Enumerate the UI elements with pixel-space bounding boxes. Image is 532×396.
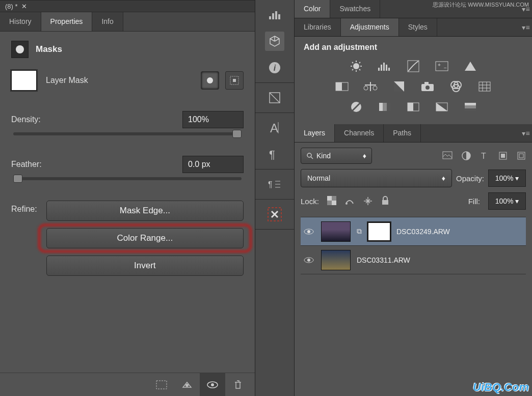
layer-row[interactable]: DSC03311.ARW [301,246,526,274]
vibrance-icon[interactable] [462,59,479,73]
mask-edge-button[interactable]: Mask Edge... [46,201,244,221]
opacity-value[interactable]: 100% ▾ [488,169,526,187]
panel-footer [0,373,255,396]
photo-filter-icon[interactable] [419,79,436,94]
panel-tabs: History Properties Info [0,12,255,32]
svg-point-81 [345,203,348,205]
svg-rect-8 [275,11,277,19]
svg-rect-53 [479,82,490,91]
panel-menu-icon[interactable]: ▾≡ [520,124,532,142]
black-white-icon[interactable] [390,79,408,94]
tab-layers[interactable]: Layers [295,124,335,142]
svg-line-70 [311,157,313,159]
panel-menu-icon[interactable]: ▾≡ [520,18,532,36]
svg-rect-9 [278,14,280,19]
tab-paths[interactable]: Paths [384,124,421,142]
feather-slider[interactable] [13,177,242,180]
lock-transparency-icon[interactable] [327,196,336,206]
layer-name[interactable]: DSC03249.ARW [396,228,450,236]
brightness-contrast-icon[interactable] [348,59,365,73]
svg-rect-35 [388,68,390,71]
svg-text:i: i [274,64,276,72]
filter-adjustment-icon[interactable] [462,151,471,160]
histogram-icon[interactable] [265,5,284,24]
tab-channels[interactable]: Channels [335,124,384,142]
close-dock-icon[interactable] [265,205,284,224]
fill-value[interactable]: 100% ▾ [488,192,526,210]
delete-mask-icon[interactable] [225,373,251,397]
hue-saturation-icon[interactable] [333,79,351,94]
levels-icon[interactable] [376,59,393,73]
svg-text:T: T [481,152,486,160]
svg-rect-62 [387,103,390,111]
invert-adj-icon[interactable] [348,100,365,114]
layer-thumbnail[interactable] [321,221,351,242]
feather-label: Feather: [11,160,42,169]
tab-styles[interactable]: Styles [399,18,437,36]
layer-row[interactable]: ⧉ DSC03249.ARW [301,217,526,246]
tab-libraries[interactable]: Libraries [295,18,341,36]
layer-name[interactable]: DSC03311.ARW [357,256,410,264]
apply-mask-icon[interactable] [174,373,200,397]
filter-shape-icon[interactable] [498,151,508,160]
feather-value[interactable]: 0.0 px [182,156,244,173]
load-selection-icon[interactable] [149,373,174,397]
filter-type-icon[interactable]: T [480,151,489,160]
svg-line-27 [352,62,353,63]
paragraph-styles-icon[interactable]: ¶ [265,175,284,194]
lock-label: Lock: [301,197,319,206]
curves-icon[interactable] [405,59,422,73]
link-icon[interactable]: ⧉ [357,227,362,236]
info-icon[interactable]: i [265,58,284,77]
3d-icon[interactable] [265,32,284,51]
svg-rect-77 [519,154,523,158]
selective-color-icon[interactable] [462,100,479,114]
svg-point-22 [353,63,359,69]
tab-adjustments[interactable]: Adjustments [341,18,399,36]
filter-smart-icon[interactable] [517,151,526,160]
exposure-icon[interactable]: +− [433,59,450,73]
mask-thumbnail[interactable] [11,70,37,91]
density-slider[interactable] [13,132,242,135]
vector-mask-button[interactable] [225,71,244,90]
filter-kind-select[interactable]: Kind ♦ [301,148,372,164]
svg-point-84 [307,230,310,233]
tab-properties[interactable]: Properties [41,12,93,31]
pixel-mask-button[interactable] [201,71,219,90]
doc-tab[interactable]: (8) * ✕ [0,0,255,12]
color-lookup-icon[interactable] [476,79,493,94]
svg-rect-82 [382,200,388,205]
invert-button[interactable]: Invert [46,256,244,276]
visibility-icon[interactable] [303,228,315,235]
posterize-icon[interactable] [376,100,393,114]
watermark: UiBQ.Com [473,381,529,394]
layer-thumbnail[interactable] [321,250,351,270]
filter-pixel-icon[interactable] [442,151,453,160]
svg-point-44 [373,86,377,90]
threshold-icon[interactable] [405,100,422,114]
paragraph-icon[interactable]: ¶ [265,145,284,164]
tab-swatches[interactable]: Swatches [330,0,380,18]
lock-position-icon[interactable] [363,196,373,206]
svg-rect-61 [379,103,383,111]
visibility-icon[interactable] [303,257,315,264]
color-range-button[interactable]: Color Range... [46,228,244,248]
tab-history[interactable]: History [0,12,41,31]
toggle-mask-icon[interactable] [200,373,225,397]
character-icon[interactable]: A [265,118,284,137]
svg-text:A: A [270,121,278,134]
color-balance-icon[interactable] [362,79,379,94]
channel-mixer-icon[interactable] [447,79,465,94]
svg-point-86 [307,259,310,262]
lock-paint-icon[interactable] [344,196,355,206]
refine-label: Refine: [11,201,37,214]
gradient-map-icon[interactable] [433,100,450,114]
blend-mode-select[interactable]: Normal♦ [301,169,452,187]
density-value[interactable]: 100% [182,111,244,128]
layer-mask-thumbnail[interactable] [368,222,390,241]
lock-all-icon[interactable] [381,196,389,206]
tab-color[interactable]: Color [295,0,330,18]
layers-list: ⧉ DSC03249.ARW DSC03311.ARW [301,217,526,274]
tab-info[interactable]: Info [92,12,123,31]
layer-comps-icon[interactable] [265,88,284,107]
